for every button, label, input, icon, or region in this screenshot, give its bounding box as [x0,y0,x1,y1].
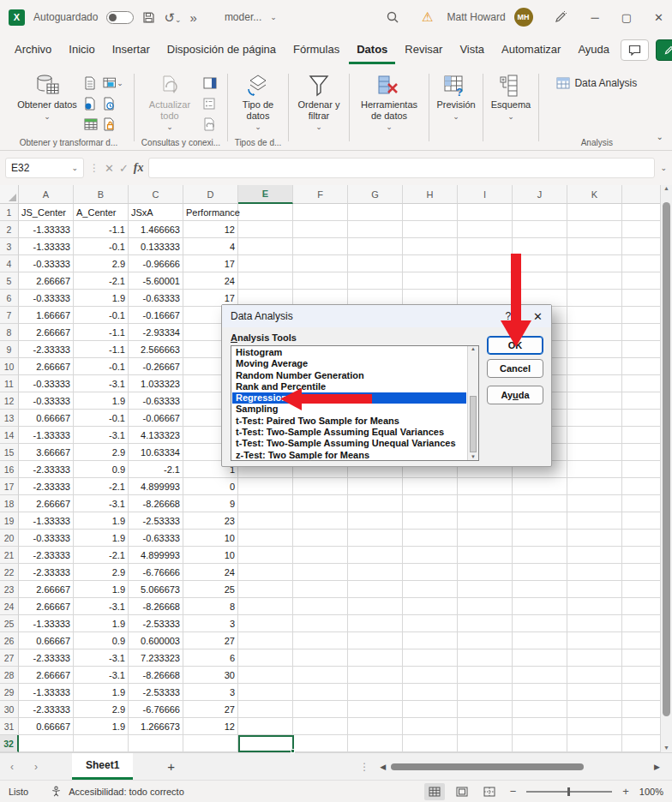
ribbon-tab-vista[interactable]: Vista [452,35,492,64]
cell-C20[interactable]: -0.63333 [129,530,183,547]
cell-I26[interactable] [458,632,513,649]
cell-C5[interactable]: -5.60001 [129,272,183,290]
listbox-scrollbar[interactable]: ▲ ▼ [467,346,478,460]
row-header-10[interactable]: 10 [0,358,19,375]
close-button[interactable]: ✕ [654,11,663,24]
cell-E24[interactable] [238,598,293,615]
cell-C25[interactable]: -2.53333 [129,615,183,632]
cell-E30[interactable] [238,701,293,718]
column-header-G[interactable]: G [348,185,403,204]
cell-K3[interactable] [567,238,622,255]
cell-C26[interactable]: 0.600003 [129,632,183,649]
cell-B8[interactable]: -1.1 [74,324,129,341]
cell-I27[interactable] [458,649,513,667]
cell-K1[interactable] [567,204,622,221]
cell-J2[interactable] [513,221,567,238]
column-header-F[interactable]: F [293,185,348,204]
cell-K23[interactable] [567,581,622,598]
cell-G21[interactable] [348,547,403,564]
cell-F31[interactable] [293,718,348,735]
cell-G4[interactable] [348,255,403,272]
collapse-ribbon-icon[interactable]: ⌄ [657,132,663,141]
data-types-button[interactable]: Tipo de datos⌄ [233,70,283,132]
row-header-27[interactable]: 27 [0,649,19,667]
cancel-button[interactable]: Cancel [487,359,543,378]
cell-B13[interactable]: -0.1 [74,410,129,427]
cell-K32[interactable] [567,735,622,752]
cell-B5[interactable]: -2.1 [74,272,129,290]
cell-H27[interactable] [403,649,458,667]
cell-K29[interactable] [567,684,622,701]
cell-C28[interactable]: -8.26668 [129,667,183,684]
cell-C19[interactable]: -2.53333 [129,512,183,530]
column-header-B[interactable]: B [74,185,129,204]
cell-C6[interactable]: -0.63333 [129,290,183,307]
cell-A2[interactable]: -1.33333 [19,221,74,238]
cell-A10[interactable]: 2.66667 [19,358,74,375]
tool-item-t-test-paired-two-sample-for-means[interactable]: t-Test: Paired Two Sample for Means [232,416,466,427]
cell-B16[interactable]: 0.9 [74,461,129,478]
cell-D31[interactable]: 12 [183,718,238,735]
cell-B2[interactable]: -1.1 [74,221,129,238]
row-header-32[interactable]: 32 [0,735,19,752]
cell-K15[interactable] [567,444,622,461]
cell-J22[interactable] [513,564,567,581]
cell-K10[interactable] [567,358,622,375]
cell-B7[interactable]: -0.1 [74,307,129,324]
cell-D17[interactable]: 0 [183,478,238,495]
help-button[interactable]: Ayuda [487,386,543,404]
cell-G19[interactable] [348,512,403,530]
cell-J3[interactable] [513,238,567,255]
cell-D3[interactable]: 4 [183,238,238,255]
forecast-button[interactable]: ? Previsión⌄ [433,70,478,121]
column-header-J[interactable]: J [513,185,567,204]
page-layout-view-button[interactable] [452,783,472,800]
cell-C7[interactable]: -0.16667 [129,307,183,324]
cell-E20[interactable] [238,530,293,547]
column-header-H[interactable]: H [403,185,458,204]
tool-item-regression[interactable]: Regression [232,392,466,404]
cell-K31[interactable] [567,718,622,735]
properties-icon[interactable] [203,74,222,93]
cell-C2[interactable]: 1.466663 [129,221,183,238]
row-header-25[interactable]: 25 [0,615,19,632]
cell-C15[interactable]: 10.63334 [129,444,183,461]
ribbon-tab-revisar[interactable]: Revisar [397,35,450,64]
cell-K12[interactable] [567,392,622,410]
row-header-8[interactable]: 8 [0,324,19,341]
cell-F25[interactable] [293,615,348,632]
page-break-view-button[interactable] [479,783,500,800]
cell-E27[interactable] [238,649,293,667]
cell-G27[interactable] [348,649,403,667]
tool-item-rank-and-percentile[interactable]: Rank and Percentile [232,381,466,392]
cell-I4[interactable] [458,255,513,272]
select-all-corner[interactable] [0,185,19,204]
tab-scroll-divider[interactable]: ⋮ [359,761,369,773]
ribbon-tab-ayuda[interactable]: Ayuda [570,35,617,64]
cell-G2[interactable] [348,221,403,238]
cell-J20[interactable] [513,530,567,547]
undo-icon[interactable]: ↺⌄ [164,11,181,24]
ribbon-tab-datos[interactable]: Datos [349,35,395,64]
cell-G3[interactable] [348,238,403,255]
cell-A1[interactable]: JS_Center [19,204,74,221]
cell-B6[interactable]: 1.9 [74,290,129,307]
cell-K25[interactable] [567,615,622,632]
cell-J4[interactable] [513,255,567,272]
ribbon-tab-automatizar[interactable]: Automatizar [494,35,568,64]
cell-B32[interactable] [74,735,129,752]
cell-A12[interactable]: -0.33333 [19,392,74,410]
cell-B26[interactable]: 0.9 [74,632,129,649]
cell-B15[interactable]: 2.9 [74,444,129,461]
horizontal-scrollbar[interactable]: ◀ ▶ [380,763,672,771]
cell-C4[interactable]: -0.96666 [129,255,183,272]
cell-D19[interactable]: 23 [183,512,238,530]
cell-A15[interactable]: 3.66667 [19,444,74,461]
row-header-18[interactable]: 18 [0,495,19,512]
cell-C22[interactable]: -6.76666 [129,564,183,581]
cell-A16[interactable]: -2.33333 [19,461,74,478]
row-header-23[interactable]: 23 [0,581,19,598]
cell-G22[interactable] [348,564,403,581]
name-box[interactable]: E32⌄ [5,158,84,178]
column-header-I[interactable]: I [458,185,513,204]
